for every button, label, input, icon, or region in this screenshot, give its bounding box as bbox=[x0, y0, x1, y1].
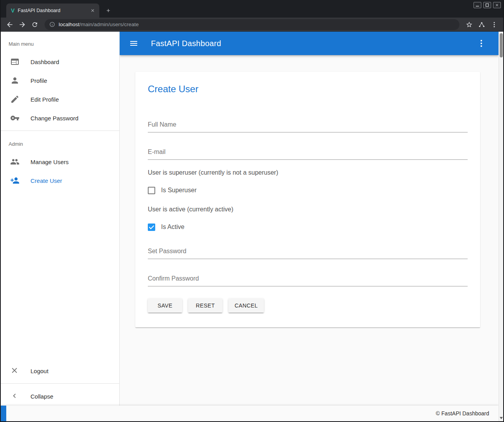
kebab-menu-icon bbox=[491, 21, 498, 28]
window-controls bbox=[474, 2, 501, 8]
is-active-checkbox bbox=[148, 224, 155, 231]
superuser-note: User is superuser (currently is not a su… bbox=[148, 168, 468, 177]
create-user-card: Create User User is superuser (currently… bbox=[135, 72, 480, 327]
sidebar-item-logout[interactable]: Logout bbox=[1, 361, 119, 380]
browser-tab[interactable]: V FastAPI Dashboard bbox=[6, 4, 99, 18]
sidebar-item-manage-users[interactable]: Manage Users bbox=[1, 152, 119, 171]
people-icon bbox=[10, 157, 20, 166]
extension-button[interactable] bbox=[476, 19, 488, 30]
set-password-field-wrap bbox=[148, 245, 468, 259]
star-icon bbox=[466, 21, 473, 28]
person-icon bbox=[10, 76, 20, 85]
forward-button[interactable] bbox=[16, 19, 28, 30]
hamburger-menu-button[interactable] bbox=[129, 39, 138, 48]
is-superuser-checkbox bbox=[148, 187, 155, 194]
sidebar-item-label: Profile bbox=[30, 77, 47, 84]
app-bar: FastAPI Dashboard bbox=[120, 32, 499, 55]
tab-title: FastAPI Dashboard bbox=[18, 8, 86, 13]
url-path: /main/admin/users/create bbox=[79, 21, 139, 27]
is-superuser-label: Is Superuser bbox=[161, 187, 197, 194]
url-host: localhost bbox=[59, 21, 79, 27]
confirm-password-input[interactable] bbox=[148, 273, 468, 286]
full-name-input[interactable] bbox=[148, 119, 468, 132]
save-button[interactable]: SAVE bbox=[148, 299, 182, 313]
sidebar-item-label: Change Password bbox=[30, 115, 79, 122]
sidebar-divider bbox=[1, 383, 119, 384]
form-title: Create User bbox=[148, 72, 468, 95]
sidebar-section-admin: Admin bbox=[1, 134, 119, 152]
key-icon bbox=[10, 113, 20, 123]
browser-titlebar: V FastAPI Dashboard bbox=[1, 0, 503, 18]
sidebar-item-label: Collapse bbox=[30, 393, 53, 400]
is-active-label: Is Active bbox=[161, 224, 185, 231]
sidebar-item-label: Edit Profile bbox=[30, 96, 59, 103]
forward-arrow-icon bbox=[18, 21, 26, 29]
scrollbar-thumb[interactable] bbox=[500, 33, 503, 57]
site-info-icon[interactable] bbox=[49, 21, 55, 27]
sidebar-item-profile[interactable]: Profile bbox=[1, 71, 119, 90]
page: Main menu Dashboard Profile Edit Profile bbox=[1, 32, 503, 421]
close-x-icon bbox=[10, 366, 20, 376]
sidebar: Main menu Dashboard Profile Edit Profile bbox=[1, 32, 120, 406]
appbar-title: FastAPI Dashboard bbox=[151, 39, 221, 48]
hamburger-icon bbox=[129, 39, 138, 48]
main-area: FastAPI Dashboard Create User User is su… bbox=[120, 32, 499, 406]
confirm-password-field-wrap bbox=[148, 273, 468, 286]
page-scrollbar[interactable] bbox=[499, 32, 503, 421]
dashboard-icon bbox=[10, 57, 20, 66]
new-tab-button[interactable] bbox=[103, 5, 113, 16]
chevron-left-icon bbox=[10, 392, 20, 401]
full-name-field-wrap bbox=[148, 119, 468, 132]
active-note: User is active (currently active) bbox=[148, 205, 468, 214]
site-favicon: V bbox=[11, 7, 14, 14]
sidebar-item-dashboard[interactable]: Dashboard bbox=[1, 52, 119, 71]
set-password-input[interactable] bbox=[148, 245, 468, 259]
person-add-icon bbox=[10, 176, 20, 185]
bookmark-star-button[interactable] bbox=[463, 19, 475, 30]
extension-icon bbox=[478, 21, 485, 28]
sidebar-item-edit-profile[interactable]: Edit Profile bbox=[1, 90, 119, 109]
close-button[interactable] bbox=[493, 2, 501, 8]
browser-window: V FastAPI Dashboard bbox=[0, 0, 504, 422]
plus-icon bbox=[106, 8, 111, 13]
pencil-icon bbox=[10, 95, 20, 104]
reload-icon bbox=[31, 21, 38, 28]
footer-accent bbox=[1, 406, 6, 421]
maximize-icon bbox=[485, 3, 489, 7]
close-icon bbox=[495, 3, 499, 7]
page-footer: © FastAPI Dashboard bbox=[1, 406, 499, 421]
sidebar-section-main-menu: Main menu bbox=[1, 32, 119, 52]
back-button[interactable] bbox=[4, 19, 16, 30]
sidebar-item-label: Create User bbox=[30, 177, 62, 184]
scrollbar-down-arrow[interactable] bbox=[500, 417, 503, 419]
sidebar-item-create-user[interactable]: Create User bbox=[1, 171, 119, 190]
cancel-button[interactable]: CANCEL bbox=[228, 299, 264, 313]
sidebar-item-label: Dashboard bbox=[30, 59, 59, 65]
sidebar-item-label: Manage Users bbox=[30, 159, 69, 165]
browser-toolbar: localhost/main/admin/users/create bbox=[1, 18, 503, 32]
maximize-button[interactable] bbox=[483, 2, 491, 8]
sidebar-divider bbox=[1, 131, 119, 131]
sidebar-item-collapse[interactable]: Collapse bbox=[1, 387, 119, 406]
url-text: localhost/main/admin/users/create bbox=[59, 21, 139, 27]
appbar-menu-button[interactable] bbox=[477, 39, 486, 48]
is-active-checkbox-row[interactable]: Is Active bbox=[148, 222, 468, 232]
sidebar-spacer bbox=[1, 190, 119, 361]
is-superuser-checkbox-row[interactable]: Is Superuser bbox=[148, 186, 468, 195]
reload-button[interactable] bbox=[29, 19, 41, 30]
email-field-wrap bbox=[148, 146, 468, 160]
sidebar-item-label: Logout bbox=[30, 368, 48, 374]
footer-copyright: © FastAPI Dashboard bbox=[436, 410, 489, 417]
form-buttons: SAVE RESET CANCEL bbox=[148, 299, 468, 313]
back-arrow-icon bbox=[6, 21, 14, 29]
sidebar-item-change-password[interactable]: Change Password bbox=[1, 109, 119, 127]
url-bar[interactable]: localhost/main/admin/users/create bbox=[45, 19, 459, 30]
browser-menu-button[interactable] bbox=[488, 19, 500, 30]
email-input[interactable] bbox=[148, 146, 468, 160]
reset-button[interactable]: RESET bbox=[188, 299, 222, 313]
minimize-button[interactable] bbox=[474, 2, 481, 8]
kebab-menu-icon bbox=[477, 39, 486, 48]
tab-close-icon[interactable] bbox=[89, 7, 96, 14]
minimize-icon bbox=[475, 3, 479, 7]
